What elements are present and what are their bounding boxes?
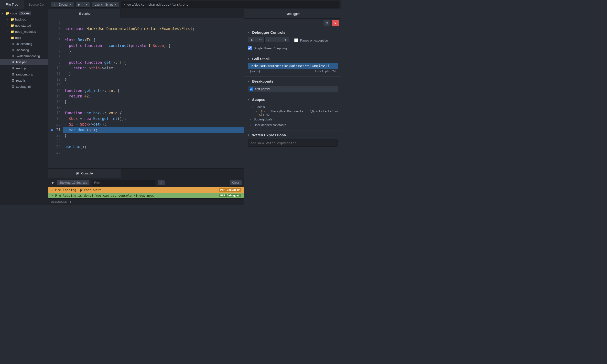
breakpoint-dot[interactable] (51, 129, 53, 131)
filter-icon[interactable]: ▼ (51, 181, 54, 185)
file-icon: 🗎 (11, 54, 15, 58)
regex-toggle[interactable]: .* (158, 180, 165, 185)
folder-icon: 📁 (10, 18, 14, 21)
section-watch-expressions[interactable]: ▾ Watch Expressions (248, 133, 338, 137)
callstack-frame[interactable]: {main} first.php:24 (248, 69, 338, 74)
step-out-icon: ↑ (276, 38, 278, 41)
file-tree-panel: ▾ 📁 code Docker ▸📁buck-out ▸📁get_started… (0, 9, 48, 205)
breakpoint-item[interactable]: first.php:21 (248, 86, 338, 92)
pause-on-exception-label: Pause on exception (300, 39, 328, 42)
scope-constants[interactable]: ▸ User defined constants (248, 122, 338, 128)
tab-file-tree[interactable]: File Tree (0, 0, 24, 9)
clear-button[interactable]: Clear (230, 180, 242, 185)
nuclide-icon: ⑂ (53, 3, 55, 6)
watch-expression-input[interactable] (248, 140, 338, 147)
code-editor[interactable]: 2345678910111213141516171819202122232425… (48, 18, 244, 168)
chevron-down-icon: ▾ (248, 31, 250, 34)
tree-folder[interactable]: ▸📁get_started (0, 23, 48, 29)
console-filter-input[interactable] (92, 180, 155, 186)
editor-tab[interactable]: first.php (48, 9, 121, 18)
single-thread-label: Single Thread Stepping (254, 46, 287, 50)
chevron-down-icon: ▾ (248, 80, 250, 83)
file-icon: 🗎 (11, 73, 15, 76)
single-thread-checkbox[interactable] (248, 46, 252, 50)
tree-file[interactable]: 🗎math.js (0, 65, 48, 71)
step-into-button[interactable]: ↓ (264, 37, 273, 43)
tree-file[interactable]: 🗎.buckconfig (0, 41, 48, 47)
chevron-down-icon: ▾ (248, 133, 250, 137)
console-message: ⚠ Pre-loading, please wait... PHP Debugg… (48, 187, 244, 193)
tree-folder[interactable]: ▸📁node_modules (0, 29, 48, 35)
chevron-right-icon: ▸ (256, 110, 259, 113)
play-icon: ▶ (78, 3, 80, 6)
tree-root[interactable]: ▾ 📁 code Docker (0, 10, 48, 16)
chevron-right-icon: ▸ (250, 118, 252, 121)
tree-folder[interactable]: ▸📁buck-out (0, 16, 48, 23)
step-over-button[interactable]: ↷ (256, 37, 264, 43)
section-scopes[interactable]: ▾ Scopes (248, 97, 338, 102)
path-input[interactable] (121, 1, 339, 8)
scope-variable[interactable]: $i: 42 (248, 113, 338, 117)
chevron-down-icon: ▾ (248, 57, 250, 60)
file-icon: 🗎 (11, 79, 15, 82)
chevron-down-icon: ▾ (2, 12, 4, 15)
gear-icon: ⚙ (326, 22, 329, 25)
tree-file[interactable]: 🗎read.js (0, 78, 48, 84)
tab-source-control[interactable]: Source Co (24, 0, 48, 9)
chevron-right-icon: ▸ (7, 25, 9, 27)
launch-config-dropdown[interactable]: Launch Script ▼ (92, 2, 119, 8)
chevron-right-icon: ▸ (250, 124, 252, 126)
run-button[interactable]: ▶ (76, 2, 83, 8)
debugger-panel: Debugger ⚙ ✕ ▾ Debugger Controls ▶ ↷ ↓ ↑… (244, 9, 341, 205)
sources-pill[interactable]: Showing: 10 Sources (57, 180, 90, 185)
top-toolbar: File Tree Source Co ⑂ | Debug ▼ ▶ ■ Laun… (0, 0, 341, 9)
tree-file[interactable]: 🗎xdebug.ini (0, 84, 48, 90)
stop-icon: ■ (86, 3, 87, 6)
scope-variable[interactable]: ▸ $box: Hack\UserDocumentation\Quickstar… (248, 110, 338, 113)
debug-profile-dropdown[interactable]: ⑂ | Debug ▼ (51, 2, 74, 8)
chevron-right-icon: ▸ (7, 37, 9, 39)
folder-icon: 📁 (10, 24, 14, 27)
step-over-icon: ↷ (259, 38, 262, 41)
file-icon: 🗎 (11, 48, 15, 52)
folder-icon: 📁 (10, 30, 14, 33)
tree-folder[interactable]: ▸📁objc (0, 35, 48, 41)
breakpoint-checkbox[interactable] (250, 88, 253, 91)
file-icon: 🗎 (11, 60, 15, 64)
chevron-down-icon: ▼ (69, 3, 71, 6)
section-breakpoints[interactable]: ▾ Breakpoints (248, 79, 338, 83)
close-icon: ✕ (334, 22, 337, 25)
debugger-tab[interactable]: Debugger (244, 9, 341, 18)
stop-button[interactable]: ■ (83, 2, 90, 8)
console-tab[interactable]: ▣ Console (48, 169, 121, 178)
tree-file[interactable]: 🗎.hhconfig (0, 47, 48, 53)
tree-file[interactable]: 🗎random.php (0, 71, 48, 78)
tree-file[interactable]: 🗎.watchmanconfig (0, 53, 48, 59)
source-tag: PHP Debugger (219, 194, 241, 197)
chevron-right-icon: ❯ (69, 200, 71, 203)
stop-debug-button[interactable]: ■ (281, 37, 289, 43)
debugger-footer-label[interactable]: DEBUGGER (51, 200, 67, 203)
scope-locals[interactable]: ▾ Locals (248, 104, 338, 110)
console-message: ✓ Pre-loading is done! You can use conso… (48, 193, 244, 198)
pause-on-exception-checkbox[interactable] (294, 38, 298, 42)
chevron-down-icon: ▼ (114, 3, 116, 6)
file-icon: 🗎 (11, 85, 15, 89)
folder-icon: 📁 (10, 36, 14, 39)
chevron-right-icon: ▸ (7, 18, 9, 21)
section-debugger-controls[interactable]: ▾ Debugger Controls (248, 30, 338, 34)
tree-file[interactable]: 🗎first.php (0, 59, 48, 65)
chevron-down-icon: ▾ (248, 98, 250, 101)
section-call-stack[interactable]: ▾ Call Stack (248, 57, 338, 61)
close-debugger-button[interactable]: ✕ (332, 20, 339, 26)
chevron-right-icon: ▸ (7, 30, 9, 33)
source-tag: PHP Debugger (219, 188, 241, 192)
check-icon: ✓ (51, 194, 53, 197)
callstack-frame[interactable]: Hack\UserDocumentation\Quickstart\Exampl… (248, 63, 338, 69)
settings-button[interactable]: ⚙ (324, 20, 330, 26)
scope-superglobals[interactable]: ▸ Superglobals (248, 117, 338, 122)
terminal-icon: ▣ (76, 171, 79, 175)
file-icon: 🗎 (11, 66, 15, 70)
step-out-button[interactable]: ↑ (273, 37, 281, 43)
continue-button[interactable]: ▶ (248, 37, 256, 43)
